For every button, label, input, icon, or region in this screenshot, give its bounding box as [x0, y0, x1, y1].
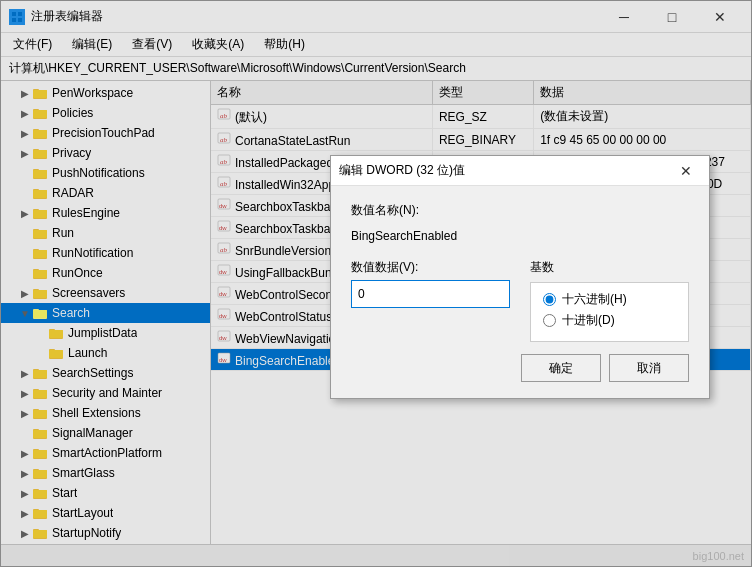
- value-name-display: BingSearchEnabled: [351, 225, 689, 247]
- dec-radio-label[interactable]: 十进制(D): [543, 312, 676, 329]
- dialog-close-button[interactable]: ✕: [671, 158, 701, 184]
- dec-radio-text: 十进制(D): [562, 312, 615, 329]
- dialog-title-bar: 编辑 DWORD (32 位)值 ✕: [331, 156, 709, 186]
- dialog-title: 编辑 DWORD (32 位)值: [339, 162, 671, 179]
- base-col: 基数 十六进制(H) 十进制(D): [530, 259, 689, 342]
- dialog-inputs-row: 数值数据(V): 基数 十六进制(H) 十进制(D): [351, 259, 689, 342]
- hex-radio[interactable]: [543, 293, 556, 306]
- hex-radio-label[interactable]: 十六进制(H): [543, 291, 676, 308]
- value-data-input[interactable]: [351, 280, 510, 308]
- confirm-button[interactable]: 确定: [521, 354, 601, 382]
- value-name-label: 数值名称(N):: [351, 202, 689, 219]
- watermark: big100.net: [693, 550, 744, 562]
- cancel-button[interactable]: 取消: [609, 354, 689, 382]
- dialog-body: 数值名称(N): BingSearchEnabled 数值数据(V): 基数 十…: [331, 186, 709, 398]
- value-data-col: 数值数据(V):: [351, 259, 510, 342]
- dec-radio[interactable]: [543, 314, 556, 327]
- hex-radio-text: 十六进制(H): [562, 291, 627, 308]
- dialog-buttons: 确定 取消: [351, 354, 689, 382]
- dialog-overlay: 编辑 DWORD (32 位)值 ✕ 数值名称(N): BingSearchEn…: [0, 0, 752, 567]
- base-radio-group: 十六进制(H) 十进制(D): [530, 282, 689, 342]
- base-label: 基数: [530, 259, 689, 276]
- value-data-label: 数值数据(V):: [351, 259, 510, 276]
- edit-dword-dialog: 编辑 DWORD (32 位)值 ✕ 数值名称(N): BingSearchEn…: [330, 155, 710, 399]
